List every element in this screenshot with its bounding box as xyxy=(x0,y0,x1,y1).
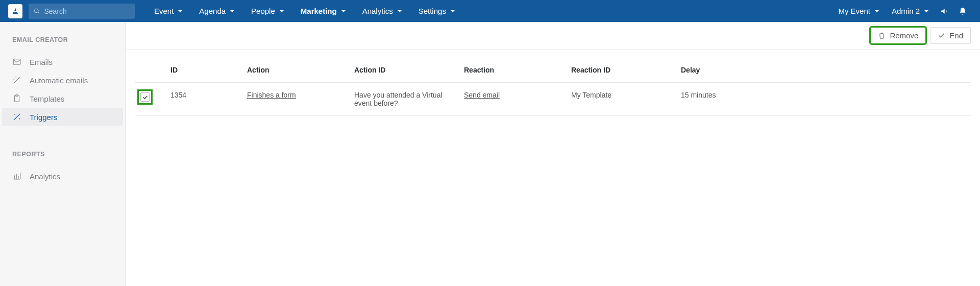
envelope-icon xyxy=(12,57,21,66)
cell-reaction-id: My Template xyxy=(566,83,676,116)
user-label: Admin 2 xyxy=(892,7,920,15)
nav-analytics[interactable]: Analytics xyxy=(354,0,410,22)
nav-label: Settings xyxy=(419,7,446,15)
button-label: Remove xyxy=(890,31,918,40)
search-icon xyxy=(34,8,40,15)
table-header-row: ID Action Action ID Reaction Reaction ID… xyxy=(135,60,971,83)
sidebar-item-emails[interactable]: Emails xyxy=(0,53,125,71)
col-action-id: Action ID xyxy=(349,60,459,83)
nav-label: People xyxy=(251,7,275,15)
app-logo-icon xyxy=(11,7,19,15)
sidebar-item-label: Analytics xyxy=(30,172,60,181)
app-logo[interactable] xyxy=(8,4,22,18)
event-selector[interactable]: My Event xyxy=(832,0,886,22)
nav-label: Marketing xyxy=(301,7,337,15)
chevron-down-icon xyxy=(341,7,346,15)
end-button[interactable]: End xyxy=(930,27,971,44)
chevron-down-icon xyxy=(230,7,235,15)
sidebar-item-triggers[interactable]: Triggers xyxy=(2,108,123,126)
cell-action-link[interactable]: Finishes a form xyxy=(247,91,296,99)
search-box[interactable] xyxy=(29,4,135,19)
nav-label: Analytics xyxy=(362,7,393,15)
check-icon xyxy=(142,94,148,100)
sidebar-item-label: Triggers xyxy=(30,113,57,122)
col-reaction: Reaction xyxy=(459,60,566,83)
sidebar-item-label: Automatic emails xyxy=(30,76,88,85)
nav-label: Agenda xyxy=(199,7,226,15)
announcements-button[interactable] xyxy=(935,0,953,22)
action-bar: Remove End xyxy=(126,22,980,50)
top-bar: Event Agenda People Marketing Analytics … xyxy=(0,0,980,22)
nav-agenda[interactable]: Agenda xyxy=(191,0,243,22)
nav-settings[interactable]: Settings xyxy=(410,0,463,22)
col-id: ID xyxy=(165,60,242,83)
nav-event[interactable]: Event xyxy=(146,0,191,22)
sidebar-item-templates[interactable]: Templates xyxy=(0,89,125,108)
sidebar-section-title: EMAIL CREATOR xyxy=(0,36,125,53)
col-action: Action xyxy=(242,60,349,83)
sidebar-item-automatic-emails[interactable]: Automatic emails xyxy=(0,71,125,89)
wand-icon xyxy=(12,112,21,122)
sidebar-section-title: REPORTS xyxy=(0,151,125,167)
trash-icon xyxy=(878,32,886,39)
search-input[interactable] xyxy=(44,7,130,15)
chevron-down-icon xyxy=(279,7,284,15)
clipboard-icon xyxy=(12,94,21,103)
remove-button[interactable]: Remove xyxy=(870,27,926,44)
table-row: 1354 Finishes a form Have you attended a… xyxy=(135,83,971,116)
sidebar-item-label: Templates xyxy=(30,94,64,103)
magic-wand-icon xyxy=(12,76,21,85)
sidebar-item-label: Emails xyxy=(30,58,53,66)
chevron-down-icon xyxy=(874,7,879,15)
col-delay: Delay xyxy=(676,60,971,83)
bell-icon xyxy=(959,7,967,15)
table-wrap: ID Action Action ID Reaction Reaction ID… xyxy=(126,50,980,126)
check-icon xyxy=(938,32,945,39)
col-reaction-id: Reaction ID xyxy=(566,60,676,83)
main-nav: Event Agenda People Marketing Analytics … xyxy=(146,0,463,22)
nav-label: Event xyxy=(154,7,174,15)
nav-right: My Event Admin 2 xyxy=(832,0,972,22)
bullhorn-icon xyxy=(940,7,948,15)
col-checkbox xyxy=(135,60,165,83)
chevron-down-icon xyxy=(178,7,183,15)
chart-icon xyxy=(12,172,21,181)
event-selector-label: My Event xyxy=(838,7,870,15)
cell-reaction-link[interactable]: Send email xyxy=(464,91,500,99)
button-label: End xyxy=(949,31,963,40)
notifications-button[interactable] xyxy=(953,0,972,22)
sidebar-item-analytics[interactable]: Analytics xyxy=(0,167,125,185)
chevron-down-icon xyxy=(924,7,929,15)
cell-delay: 15 minutes xyxy=(676,83,971,116)
cell-id: 1354 xyxy=(165,83,242,116)
row-checkbox-highlight xyxy=(139,91,151,103)
nav-marketing[interactable]: Marketing xyxy=(292,0,354,22)
nav-people[interactable]: People xyxy=(243,0,292,22)
main-content: Remove End ID Action Action ID Reaction … xyxy=(126,22,980,286)
triggers-table: ID Action Action ID Reaction Reaction ID… xyxy=(135,60,971,116)
svg-rect-0 xyxy=(13,59,20,65)
sidebar: EMAIL CREATOR Emails Automatic emails Te… xyxy=(0,22,126,286)
layout: EMAIL CREATOR Emails Automatic emails Te… xyxy=(0,22,980,286)
chevron-down-icon xyxy=(397,7,402,15)
row-checkbox[interactable] xyxy=(140,92,150,102)
cell-action-id: Have you attended a Virtual event before… xyxy=(349,83,459,116)
user-menu[interactable]: Admin 2 xyxy=(886,0,935,22)
chevron-down-icon xyxy=(450,7,455,15)
